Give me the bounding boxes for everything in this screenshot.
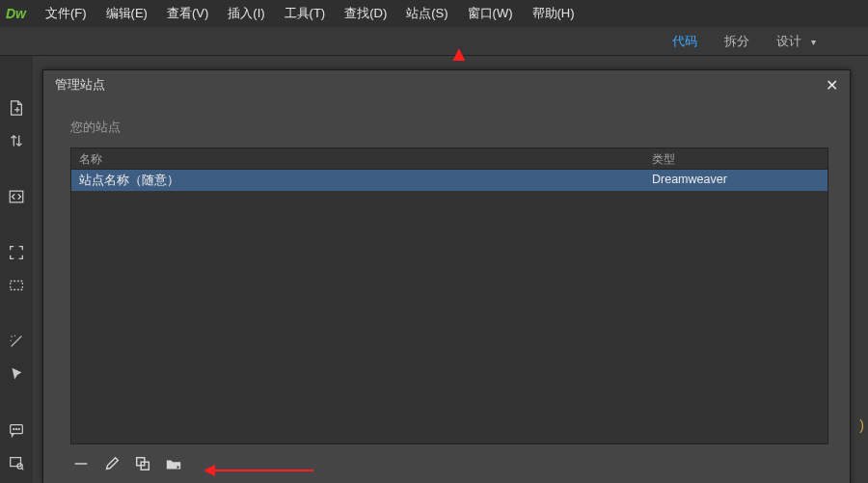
selection-dashed-icon[interactable] <box>7 277 26 294</box>
menu-edit[interactable]: 编辑(E) <box>96 1 157 26</box>
row-site-type: Dreamweaver <box>644 170 827 191</box>
col-header-type[interactable]: 类型 <box>644 148 827 169</box>
tab-design[interactable]: 设计 ▾ <box>763 27 829 56</box>
export-site-button[interactable] <box>165 455 182 472</box>
dialog-title: 管理站点 <box>55 76 105 94</box>
chevron-down-icon: ▾ <box>811 37 816 47</box>
view-tabs: 代码 拆分 设计 ▾ <box>0 27 868 56</box>
table-empty-area <box>71 191 827 443</box>
annotation-arrow-left <box>207 470 313 471</box>
row-site-name: 站点名称（随意） <box>71 170 644 191</box>
svg-rect-1 <box>11 282 23 290</box>
table-row[interactable]: 站点名称（随意） Dreamweaver <box>71 170 827 191</box>
your-sites-label: 您的站点 <box>70 119 828 136</box>
dialog-footer <box>70 444 828 483</box>
new-file-icon[interactable] <box>7 99 26 117</box>
close-icon[interactable]: ✕ <box>826 76 838 94</box>
table-header: 名称 类型 <box>71 148 827 170</box>
menu-bar: Dw 文件(F) 编辑(E) 查看(V) 插入(I) 工具(T) 查找(D) 站… <box>0 0 868 27</box>
tab-code[interactable]: 代码 <box>659 27 711 56</box>
menu-window[interactable]: 窗口(W) <box>458 1 523 26</box>
svg-point-4 <box>15 429 16 430</box>
menu-find[interactable]: 查找(D) <box>335 1 396 26</box>
stray-bracket: ) <box>859 417 864 433</box>
tab-design-label: 设计 <box>776 34 801 48</box>
dialog-titlebar: 管理站点 ✕ <box>43 70 850 99</box>
duplicate-site-button[interactable] <box>134 455 151 472</box>
workarea: ▲ 管理站点 ✕ 您的站点 名称 类型 站点名称（随意） Dreamweaver <box>0 56 868 483</box>
edit-site-button[interactable] <box>103 455 121 472</box>
remove-site-button[interactable] <box>72 455 90 472</box>
cursor-icon[interactable] <box>7 365 26 383</box>
svg-point-5 <box>18 429 19 430</box>
dialog-body: 您的站点 名称 类型 站点名称（随意） Dreamweaver <box>43 99 850 483</box>
code-brackets-icon[interactable] <box>7 188 26 205</box>
wand-icon[interactable] <box>7 333 26 350</box>
comment-icon[interactable] <box>7 421 26 439</box>
svg-point-3 <box>14 429 14 430</box>
app-logo: Dw <box>6 6 26 21</box>
tab-split[interactable]: 拆分 <box>711 27 763 56</box>
col-header-name[interactable]: 名称 <box>71 148 644 169</box>
menu-help[interactable]: 帮助(H) <box>523 1 584 26</box>
menu-tools[interactable]: 工具(T) <box>275 1 336 26</box>
svg-rect-6 <box>11 458 21 467</box>
expand-icon[interactable] <box>7 244 26 261</box>
menu-view[interactable]: 查看(V) <box>157 1 218 26</box>
inspect-icon[interactable] <box>7 454 26 471</box>
sites-table: 名称 类型 站点名称（随意） Dreamweaver <box>70 148 828 444</box>
updown-arrows-icon[interactable] <box>7 132 26 149</box>
left-toolbar <box>0 56 33 483</box>
menu-file[interactable]: 文件(F) <box>36 1 96 26</box>
menu-insert[interactable]: 插入(I) <box>218 1 274 26</box>
menu-site[interactable]: 站点(S) <box>396 1 457 26</box>
manage-sites-dialog: ▲ 管理站点 ✕ 您的站点 名称 类型 站点名称（随意） Dreamweaver <box>42 69 851 483</box>
